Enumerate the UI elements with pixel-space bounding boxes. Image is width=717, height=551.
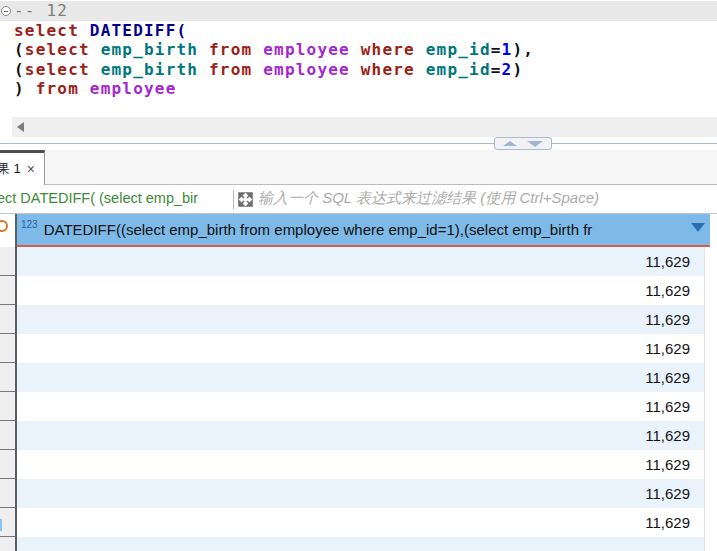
table-row[interactable]: 11,629 [0, 334, 717, 363]
sql-token [198, 60, 209, 79]
sql-token: emp_id [426, 60, 491, 79]
filter-expression-text[interactable]: ect DATEDIFF( (select emp_bir [0, 190, 231, 206]
sql-token [90, 40, 101, 59]
sql-token: DATEDIFF( [90, 21, 188, 40]
row-header-cell[interactable] [0, 537, 15, 551]
row-header-cell[interactable] [0, 392, 15, 421]
code-line[interactable]: ) from employee [0, 79, 717, 99]
code-line[interactable]: select DATEDIFF( [0, 21, 717, 41]
code-fold-collapse-icon[interactable] [1, 6, 11, 16]
code-line[interactable]: -- 12 [0, 1, 717, 21]
row-header-cell[interactable] [0, 305, 15, 334]
panel-splitter[interactable] [0, 143, 717, 144]
code-line[interactable]: (select emp_birth from employee where em… [0, 60, 717, 80]
sql-token: emp_birth [101, 40, 199, 59]
datediff-value-cell[interactable]: 11,629 [17, 247, 705, 276]
splitter-handle[interactable] [494, 137, 552, 150]
datediff-value-cell[interactable] [17, 537, 705, 551]
row-header-cell[interactable] [0, 363, 15, 392]
sql-token: where [361, 40, 415, 59]
splitter-down-arrow-icon[interactable] [527, 141, 543, 147]
tab-label: 果 1 [0, 160, 21, 178]
sql-token: from [209, 60, 252, 79]
results-grid: 123 DATEDIFF((select emp_birth from empl… [0, 214, 717, 551]
grid-corner-cell[interactable] [0, 214, 15, 247]
row-header-cell[interactable] [0, 450, 15, 479]
sql-token: ( [14, 60, 25, 79]
row-header-cell[interactable] [0, 508, 15, 537]
sql-token [252, 40, 263, 59]
row-header-cell[interactable] [0, 247, 15, 276]
sql-token: ) [14, 79, 36, 98]
datediff-value-cell[interactable]: 11,629 [17, 421, 705, 450]
table-row[interactable]: 11,629 [0, 276, 717, 305]
corner-ring-icon [0, 220, 8, 232]
filter-placeholder-text: 输入一个 SQL 表达式来过滤结果 (使用 Ctrl+Space) [258, 189, 599, 206]
datediff-value-cell[interactable]: 11,629 [17, 392, 705, 421]
sql-token [252, 60, 263, 79]
column-header-label: DATEDIFF((select emp_birth from employee… [44, 221, 710, 238]
sql-token [198, 40, 209, 59]
result-filter-bar: ect DATEDIFF( (select emp_bir 输入一个 SQL 表… [0, 186, 717, 214]
row-header-cell[interactable] [0, 334, 15, 363]
datediff-value-cell[interactable]: 11,629 [17, 334, 705, 363]
tab-results-1[interactable]: 果 1 × [0, 150, 45, 185]
table-row[interactable]: 11,629 [0, 305, 717, 334]
datediff-value-cell[interactable]: 11,629 [17, 276, 705, 305]
dbeaver-sql-results-panel: -- 12select DATEDIFF((select emp_birth f… [0, 0, 717, 551]
sql-code-lines: -- 12select DATEDIFF((select emp_birth f… [0, 1, 717, 99]
datediff-value-cell[interactable]: 11,629 [17, 450, 705, 479]
sql-token: ) [512, 60, 523, 79]
table-row[interactable]: 11,629 [0, 363, 717, 392]
clipped-rownum-fragment [0, 519, 2, 531]
table-row[interactable]: 11,629 [0, 479, 717, 508]
code-line[interactable]: (select emp_birth from employee where em… [0, 40, 717, 60]
numeric-type-icon: 123 [21, 219, 38, 230]
table-row[interactable]: 11,629 [0, 450, 717, 479]
sql-token: select [14, 21, 79, 40]
datediff-value-cell[interactable]: 11,629 [17, 305, 705, 334]
sql-token [415, 60, 426, 79]
row-header-cell[interactable] [0, 421, 15, 450]
sql-token: employee [263, 40, 350, 59]
table-row[interactable] [0, 537, 717, 551]
filter-input[interactable]: 输入一个 SQL 表达式来过滤结果 (使用 Ctrl+Space) [258, 189, 713, 211]
table-row[interactable]: 11,629 [0, 421, 717, 450]
splitter-up-arrow-icon[interactable] [503, 141, 517, 146]
tab-close-icon[interactable]: × [27, 162, 35, 176]
sql-editor[interactable]: -- 12select DATEDIFF((select emp_birth f… [0, 0, 717, 117]
filter-expand-icon[interactable] [238, 192, 253, 207]
filter-divider [233, 190, 234, 209]
results-tab-bar: 果 1 × [0, 150, 717, 185]
column-dropdown-icon[interactable] [691, 223, 705, 232]
editor-horizontal-scrollbar[interactable] [12, 117, 717, 137]
sql-token: emp_id [426, 40, 491, 59]
sql-token [415, 40, 426, 59]
column-header-datediff[interactable]: 123 DATEDIFF((select emp_birth from empl… [17, 214, 710, 247]
sql-token [90, 60, 101, 79]
rowheader-border [15, 214, 17, 551]
sql-token: -- 12 [14, 1, 68, 20]
table-row[interactable]: 11,629 [0, 247, 717, 276]
sql-token [79, 21, 90, 40]
sql-token [79, 79, 90, 98]
grid-rows: 11,62911,62911,62911,62911,62911,62911,6… [0, 247, 717, 551]
row-header-cell[interactable] [0, 479, 15, 508]
sql-token: 1 [502, 40, 513, 59]
table-row[interactable]: 11,629 [0, 508, 717, 537]
sql-token: ( [14, 40, 25, 59]
datediff-value-cell[interactable]: 11,629 [17, 363, 705, 392]
datediff-value-cell[interactable]: 11,629 [17, 479, 705, 508]
sql-token: where [361, 60, 415, 79]
row-header-cell[interactable] [0, 276, 15, 305]
datediff-value-cell[interactable]: 11,629 [17, 508, 705, 537]
table-row[interactable]: 11,629 [0, 392, 717, 421]
sql-token: employee [263, 60, 350, 79]
sql-token: = [491, 60, 502, 79]
sql-token: select [25, 60, 90, 79]
header-right-gap [710, 214, 717, 247]
sql-token: 2 [502, 60, 513, 79]
sql-token [350, 40, 361, 59]
sql-token: from [209, 40, 252, 59]
scroll-left-arrow-icon[interactable] [15, 121, 27, 133]
